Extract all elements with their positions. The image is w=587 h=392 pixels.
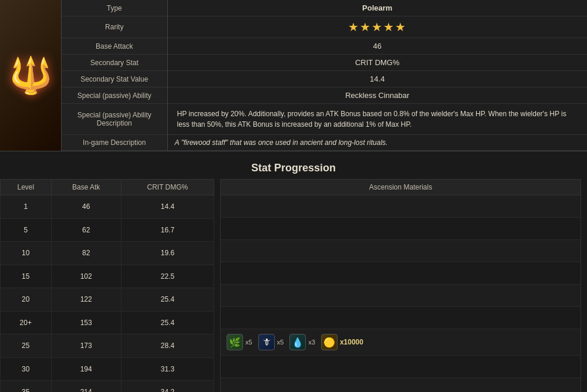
base-attack-label: Base Attack <box>62 38 167 55</box>
weapon-icon: 🔱 <box>9 55 53 96</box>
ascension-section: Ascension Materials 🌿x5🗡x5💧x3🟡x10000🌿x5🗡… <box>214 179 587 392</box>
ingame-desc-value: A "firewood staff" that was once used in… <box>167 135 587 151</box>
stat-progression-section: Stat Progression Level Base Atk CRIT DMG… <box>0 151 587 392</box>
ascension-row <box>221 356 581 378</box>
ingame-desc-row: In-game Description A "firewood staff" t… <box>62 135 587 151</box>
ability-description-label: Special (passive) Ability Description <box>62 104 167 135</box>
ascension-row <box>221 195 581 218</box>
mora-count: x10000 <box>340 338 363 346</box>
base-attack-row: Base Attack 46 <box>62 38 587 55</box>
secondary-stat-value-label: Secondary Stat Value <box>62 71 167 87</box>
mat-count: x5 <box>245 339 252 346</box>
stat-table-body: 14614.456216.7108219.61510222.52012225.4… <box>1 195 214 393</box>
ascension-rows-container: 🌿x5🗡x5💧x3🟡x10000🌿x5🗡x18💧x12🟡x20000🌿x9🗡x9… <box>220 195 581 392</box>
special-ability-value: Reckless Cinnabar <box>167 87 587 104</box>
rarity-row: Rarity ★★★★★ <box>62 16 587 38</box>
mat-count: x5 <box>277 339 284 346</box>
stat-table: Level Base Atk CRIT DMG% 14614.456216.71… <box>0 179 214 392</box>
table-row: 14614.4 <box>1 195 214 219</box>
weapon-image: 🔱 <box>0 0 62 151</box>
stat-progression-title: Stat Progression <box>0 156 587 179</box>
ascension-row <box>221 240 581 262</box>
material-group: 🌿x5🗡x5💧x3🟡x10000 <box>227 334 363 350</box>
rarity-value: ★★★★★ <box>167 16 587 38</box>
secondary-stat-row: Secondary Stat CRIT DMG% <box>62 55 587 71</box>
secondary-stat-label: Secondary Stat <box>62 55 167 71</box>
material-icon: 🗡 <box>258 334 275 350</box>
ascension-header: Ascension Materials <box>220 179 581 195</box>
secondary-stat-value-row: Secondary Stat Value 14.4 <box>62 71 587 87</box>
progression-table-wrapper: Level Base Atk CRIT DMG% 14614.456216.71… <box>0 179 587 392</box>
ascension-row: 🌿x5🗡x5💧x3🟡x10000 <box>221 329 581 356</box>
table-row: 108219.6 <box>1 242 214 265</box>
table-row: 56216.7 <box>1 218 214 242</box>
col-base-atk: Base Atk <box>51 180 121 195</box>
rarity-label: Rarity <box>62 16 167 38</box>
ascension-row <box>221 307 581 329</box>
stat-table-header: Level Base Atk CRIT DMG% <box>1 180 214 195</box>
ascension-row <box>221 378 581 392</box>
ingame-desc-label: In-game Description <box>62 135 167 151</box>
ascension-rows: 🌿x5🗡x5💧x3🟡x10000🌿x5🗡x18💧x12🟡x20000🌿x9🗡x9… <box>221 195 581 392</box>
secondary-stat-value-val: 14.4 <box>167 71 587 87</box>
type-value: Polearm <box>167 0 587 16</box>
weapon-stats-table: Type Polearm Rarity ★★★★★ Base Attack 46… <box>62 0 587 151</box>
ascension-row <box>221 262 581 285</box>
col-crit: CRIT DMG% <box>121 180 214 195</box>
mat-count: x3 <box>308 339 315 346</box>
table-row: 2517328.4 <box>1 334 214 358</box>
material-icon: 💧 <box>289 334 306 350</box>
col-level: Level <box>1 180 52 195</box>
table-row: 1510222.5 <box>1 265 214 288</box>
ability-description-row: Special (passive) Ability Description HP… <box>62 104 587 135</box>
ascension-row <box>221 285 581 307</box>
base-attack-value: 46 <box>167 38 587 55</box>
ascension-row <box>221 218 581 240</box>
secondary-stat-value: CRIT DMG% <box>167 55 587 71</box>
material-icon: 🌿 <box>227 334 243 350</box>
type-label: Type <box>62 0 167 16</box>
special-ability-label: Special (passive) Ability <box>62 87 167 104</box>
table-row: 20+15325.4 <box>1 311 214 334</box>
weapon-info-section: 🔱 Type Polearm Rarity ★★★★★ Base Attack … <box>0 0 587 151</box>
table-row: 3019431.3 <box>1 357 214 381</box>
table-row: 2012225.4 <box>1 288 214 312</box>
table-row: 3521434.2 <box>1 381 214 392</box>
special-ability-row: Special (passive) Ability Reckless Cinna… <box>62 87 587 104</box>
material-icon: 🟡 <box>321 334 338 350</box>
ability-description-value: HP increased by 20%. Additionally, provi… <box>167 104 587 135</box>
type-row: Type Polearm <box>62 0 587 16</box>
